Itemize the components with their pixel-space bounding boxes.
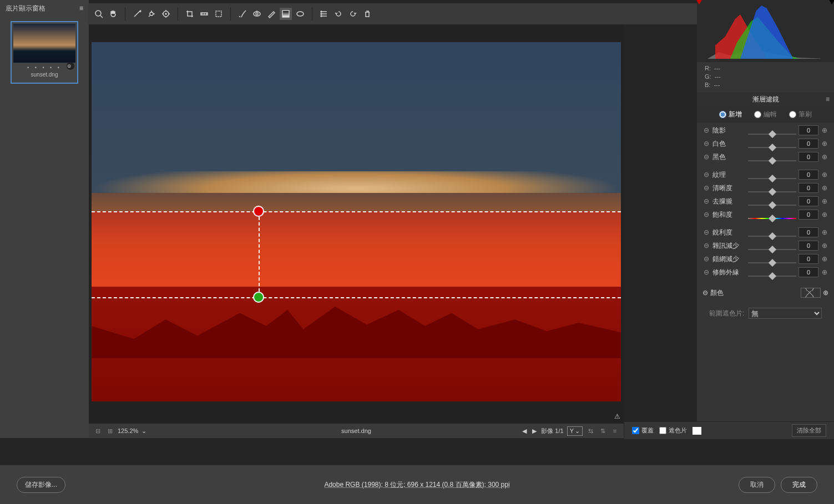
- value-input[interactable]: [798, 139, 818, 149]
- mask-color-swatch[interactable]: [693, 427, 701, 435]
- save-image-button[interactable]: 儲存影像...: [17, 477, 65, 493]
- gradient-pin-start[interactable]: [253, 206, 264, 217]
- plus-icon[interactable]: ⊕: [821, 140, 828, 147]
- graduated-filter-tool-icon[interactable]: [280, 8, 292, 20]
- clear-all-button[interactable]: 清除全部: [792, 424, 826, 437]
- minus-icon[interactable]: ⊖: [702, 268, 710, 276]
- minus-icon[interactable]: ⊖: [702, 228, 710, 236]
- minus-icon[interactable]: ⊖: [702, 171, 710, 179]
- slider-sharpness[interactable]: ⊖銳利度⊕: [702, 226, 828, 239]
- zoom-tool-icon[interactable]: [93, 8, 105, 20]
- value-input[interactable]: [798, 196, 818, 206]
- copy-settings-icon[interactable]: ⇅: [598, 426, 607, 435]
- mode-edit[interactable]: 編輯: [754, 110, 777, 119]
- white-balance-tool-icon[interactable]: [131, 8, 143, 20]
- color-swatch[interactable]: [801, 288, 821, 298]
- plus-icon[interactable]: ⊕: [821, 126, 828, 134]
- value-input[interactable]: [798, 254, 818, 264]
- slider-moire-reduction[interactable]: ⊖錯網減少⊕: [702, 252, 828, 266]
- preview-image[interactable]: [92, 42, 621, 401]
- clipping-warning-icon[interactable]: ⚠: [614, 413, 620, 420]
- zoom-dropdown-icon[interactable]: ⌄: [141, 427, 146, 435]
- redeye-tool-icon[interactable]: [251, 8, 263, 20]
- fit-plus-icon[interactable]: ⊞: [105, 426, 114, 435]
- minus-icon[interactable]: ⊖: [702, 211, 710, 218]
- minus-icon[interactable]: ⊖: [702, 140, 710, 147]
- minus-icon[interactable]: ⊖: [702, 242, 710, 250]
- value-input[interactable]: [798, 152, 818, 162]
- slider-clarity[interactable]: ⊖清晰度⊕: [702, 181, 828, 195]
- crop-tool-icon[interactable]: [184, 8, 196, 20]
- slider-defringe[interactable]: ⊖修飾外緣⊕: [702, 266, 828, 279]
- plus-icon[interactable]: ⊕: [821, 171, 828, 179]
- slider-blacks[interactable]: ⊖黑色⊕: [702, 150, 828, 164]
- radial-filter-tool-icon[interactable]: [294, 8, 306, 20]
- value-input[interactable]: [798, 170, 818, 180]
- done-button[interactable]: 完成: [781, 477, 817, 493]
- gradient-connector[interactable]: [259, 211, 260, 298]
- filmstrip-menu-icon[interactable]: ≡: [79, 4, 83, 12]
- straighten-tool-icon[interactable]: [198, 8, 210, 20]
- slider-shadows[interactable]: ⊖陰影⊕: [702, 124, 828, 137]
- trash-icon[interactable]: [361, 8, 373, 20]
- presets-icon[interactable]: [318, 8, 330, 20]
- hand-tool-icon[interactable]: [107, 8, 119, 20]
- minus-icon[interactable]: ⊖: [702, 126, 710, 134]
- value-input[interactable]: [798, 183, 818, 193]
- gradient-pin-end[interactable]: [253, 292, 264, 303]
- targeted-adjustment-tool-icon[interactable]: [160, 8, 172, 20]
- value-input[interactable]: [798, 125, 818, 135]
- compare-toggle[interactable]: Y⌄: [567, 426, 583, 436]
- minus-icon[interactable]: ⊖: [702, 153, 710, 161]
- plus-icon[interactable]: ⊕: [821, 268, 828, 276]
- panel-menu-icon[interactable]: ≡: [826, 95, 830, 103]
- plus-icon[interactable]: ⊕: [821, 228, 828, 236]
- rotate-ccw-icon[interactable]: [332, 8, 345, 20]
- transform-tool-icon[interactable]: [213, 8, 225, 20]
- slider-texture[interactable]: ⊖紋理⊕: [702, 168, 828, 181]
- value-input[interactable]: [798, 241, 818, 251]
- slider-dehaze[interactable]: ⊖去朦朧⊕: [702, 195, 828, 208]
- minus-icon[interactable]: ⊖: [702, 197, 710, 205]
- image-next-icon[interactable]: ▶: [531, 427, 538, 435]
- image-prev-icon[interactable]: ◀: [521, 427, 528, 435]
- fit-minus-icon[interactable]: ⊟: [93, 426, 102, 435]
- plus-icon[interactable]: ⊕: [821, 197, 828, 205]
- plus-icon[interactable]: ⊕: [821, 255, 828, 263]
- minus-icon[interactable]: ⊖: [702, 289, 708, 297]
- value-input[interactable]: [798, 210, 818, 220]
- value-input[interactable]: [798, 267, 818, 277]
- mode-new[interactable]: 新增: [719, 110, 742, 119]
- overlay-checkbox[interactable]: 覆蓋: [632, 426, 654, 435]
- histogram-area[interactable]: [697, 0, 834, 62]
- plus-icon[interactable]: ⊕: [821, 184, 828, 192]
- slider-whites[interactable]: ⊖白色⊕: [702, 137, 828, 150]
- rotate-cw-icon[interactable]: [347, 8, 359, 20]
- range-mask-select[interactable]: 無: [749, 308, 822, 319]
- spot-removal-tool-icon[interactable]: [236, 8, 249, 20]
- plus-icon[interactable]: ⊕: [821, 242, 828, 250]
- slider-noise-reduction[interactable]: ⊖雜訊減少⊕: [702, 239, 828, 252]
- gradient-line-bottom[interactable]: [92, 297, 621, 298]
- value-input[interactable]: [798, 227, 818, 237]
- highlight-clipping-indicator[interactable]: [828, 0, 834, 4]
- filmstrip-thumbnail[interactable]: • • • • • ⊜ sunset.dng: [11, 21, 78, 84]
- plus-icon[interactable]: ⊕: [821, 211, 828, 218]
- slider-saturation[interactable]: ⊖飽和度⊕: [702, 208, 828, 221]
- view-options-icon[interactable]: ≡: [610, 426, 619, 435]
- mode-brush[interactable]: 筆刷: [789, 110, 812, 119]
- shadow-clipping-indicator[interactable]: [696, 0, 702, 4]
- image-metadata-link[interactable]: Adobe RGB (1998); 8 位元; 696 x 1214 (0.8 …: [324, 480, 509, 490]
- swap-view-icon[interactable]: ⇆: [586, 426, 595, 435]
- minus-icon[interactable]: ⊖: [702, 184, 710, 192]
- color-sampler-tool-icon[interactable]: [145, 8, 158, 20]
- plus-icon[interactable]: ⊕: [823, 289, 828, 297]
- mask-checkbox[interactable]: 遮色片: [659, 426, 687, 435]
- thumbnail-settings-badge[interactable]: ⊜: [67, 62, 74, 70]
- cancel-button[interactable]: 取消: [739, 477, 775, 493]
- adjustment-brush-tool-icon[interactable]: [265, 8, 277, 20]
- svg-point-13: [321, 16, 322, 17]
- gradient-line-top[interactable]: [92, 211, 621, 212]
- minus-icon[interactable]: ⊖: [702, 255, 710, 263]
- plus-icon[interactable]: ⊕: [821, 153, 828, 161]
